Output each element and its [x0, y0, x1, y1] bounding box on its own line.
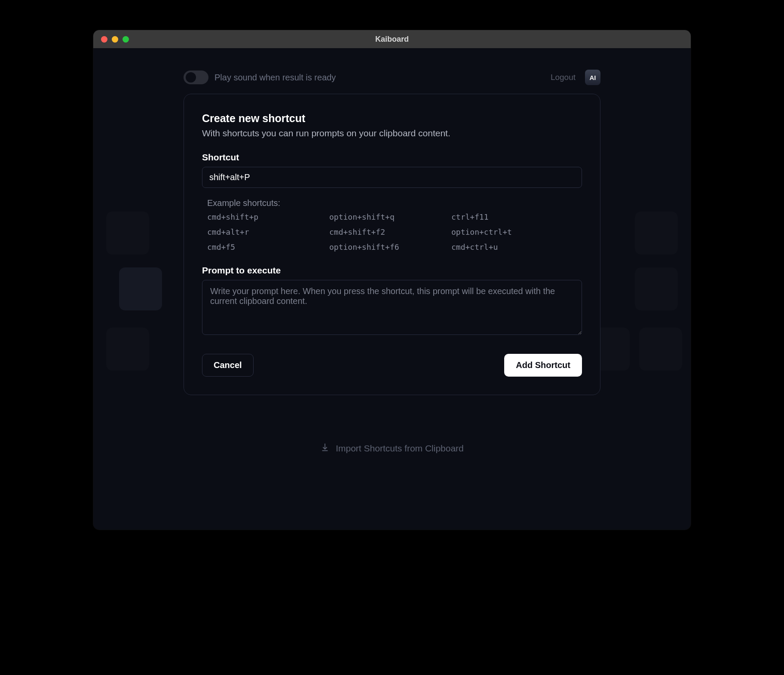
example-shortcut: option+ctrl+t: [451, 227, 565, 236]
content: Play sound when result is ready Logout A…: [93, 48, 691, 530]
titlebar: Kaiboard: [93, 30, 691, 48]
prompt-label: Prompt to execute: [202, 265, 582, 276]
example-shortcut: cmd+f5: [207, 242, 321, 252]
window-title: Kaiboard: [93, 35, 691, 44]
example-shortcut: ctrl+f11: [451, 212, 565, 221]
example-shortcut: option+shift+f6: [329, 242, 443, 252]
download-icon: [320, 442, 330, 454]
cancel-button[interactable]: Cancel: [202, 354, 254, 377]
sound-toggle-group: Play sound when result is ready: [184, 71, 336, 84]
logout-link[interactable]: Logout: [551, 73, 576, 82]
card-subtitle: With shortcuts you can run prompts on yo…: [202, 128, 582, 138]
top-bar: Play sound when result is ready Logout A…: [184, 70, 600, 85]
close-window-button[interactable]: [101, 36, 107, 43]
sound-toggle[interactable]: [184, 71, 208, 84]
maximize-window-button[interactable]: [122, 36, 129, 43]
example-shortcut: option+shift+q: [329, 212, 443, 221]
card-title: Create new shortcut: [202, 112, 582, 125]
example-shortcut: cmd+shift+p: [207, 212, 321, 221]
examples-grid: cmd+shift+p option+shift+q ctrl+f11 cmd+…: [202, 212, 582, 252]
examples-label: Example shortcuts:: [202, 198, 582, 208]
import-label: Import Shortcuts from Clipboard: [336, 443, 464, 454]
minimize-window-button[interactable]: [112, 36, 118, 43]
import-shortcuts-button[interactable]: Import Shortcuts from Clipboard: [93, 442, 691, 454]
avatar[interactable]: AI: [585, 70, 600, 85]
button-row: Cancel Add Shortcut: [202, 354, 582, 377]
shortcut-label: Shortcut: [202, 152, 582, 163]
sound-toggle-label: Play sound when result is ready: [214, 73, 336, 83]
example-shortcut: cmd+ctrl+u: [451, 242, 565, 252]
toggle-knob: [186, 72, 196, 83]
traffic-lights: [93, 36, 129, 43]
add-shortcut-button[interactable]: Add Shortcut: [504, 354, 582, 377]
shortcut-input[interactable]: [202, 167, 582, 188]
example-shortcut: cmd+shift+f2: [329, 227, 443, 236]
app-window: Kaiboard: [93, 30, 691, 530]
example-shortcut: cmd+alt+r: [207, 227, 321, 236]
user-area: Logout AI: [551, 70, 600, 85]
prompt-textarea[interactable]: [202, 280, 582, 335]
create-shortcut-card: Create new shortcut With shortcuts you c…: [184, 94, 600, 395]
